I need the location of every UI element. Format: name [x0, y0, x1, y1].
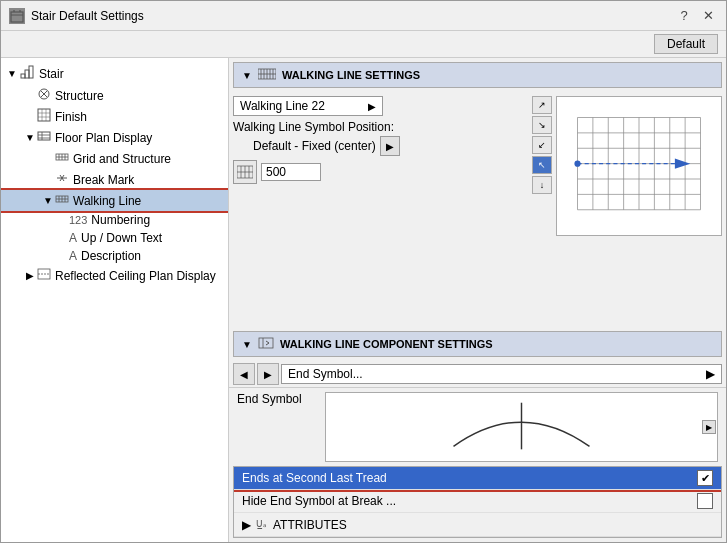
- icon-active-cursor[interactable]: ↖: [532, 156, 552, 174]
- stair-arrow: ▼: [5, 68, 19, 79]
- window-title: Stair Default Settings: [31, 9, 674, 23]
- comp-dropdown-arrow: ▶: [706, 367, 715, 381]
- attributes-arrow: ▶: [242, 518, 251, 532]
- number-row: [233, 160, 524, 184]
- attributes-label: ATTRIBUTES: [273, 518, 347, 532]
- icon-diagonal[interactable]: ↘: [532, 116, 552, 134]
- comp-next-button[interactable]: ▶: [257, 363, 279, 385]
- comp-prev-button[interactable]: ◀: [233, 363, 255, 385]
- tree-item-reflected[interactable]: ▶ Reflected Ceiling Plan Display: [1, 265, 228, 286]
- preview-icons: ↗ ↘ ↙ ↖ ↓: [532, 96, 552, 194]
- svg-rect-0: [11, 12, 23, 22]
- wl-dropdown[interactable]: Walking Line 22 ▶: [233, 96, 383, 116]
- default-button[interactable]: Default: [654, 34, 718, 54]
- title-controls: ? ✕: [674, 6, 718, 26]
- tree-item-description[interactable]: A Description: [1, 247, 228, 265]
- walking-line-icon: [55, 192, 69, 209]
- stair-preview-canvas: [556, 96, 722, 236]
- wl-header-label: WALKING LINE SETTINGS: [282, 69, 420, 81]
- comp-header-label: WALKING LINE COMPONENT SETTINGS: [280, 338, 493, 350]
- tree-item-numbering[interactable]: 123 Numbering: [1, 211, 228, 229]
- table-row-ends-at-second[interactable]: Ends at Second Last Tread ✔: [234, 467, 721, 490]
- reflected-icon: [37, 267, 51, 284]
- updown-icon: A: [69, 231, 77, 245]
- end-symbol-preview-wrap: ▶: [325, 392, 718, 462]
- panel-content: ▼ WALKING LINE SETTINGS Walking Line 22 …: [229, 58, 726, 542]
- comp-dropdown[interactable]: End Symbol... ▶: [281, 364, 722, 384]
- svg-marker-57: [675, 159, 690, 169]
- grid-icon: [55, 150, 69, 167]
- number-input[interactable]: [261, 163, 321, 181]
- hide-end-check[interactable]: [697, 493, 713, 509]
- end-nav-button[interactable]: ▶: [702, 420, 716, 434]
- numbering-label: Numbering: [91, 213, 150, 227]
- floor-plan-label: Floor Plan Display: [55, 131, 152, 145]
- tree-item-break-mark[interactable]: Break Mark: [1, 169, 228, 190]
- svg-rect-5: [25, 70, 29, 78]
- finish-label: Finish: [55, 110, 87, 124]
- tree-item-up-down[interactable]: A Up / Down Text: [1, 229, 228, 247]
- comp-dropdown-value: End Symbol...: [288, 367, 363, 381]
- svg-text:U̲ₐ: U̲ₐ: [256, 519, 267, 529]
- symbol-position-label: Walking Line Symbol Position:: [233, 120, 524, 134]
- close-button[interactable]: ✕: [698, 6, 718, 26]
- walking-arrow: ▼: [41, 195, 55, 206]
- comp-section-header: ▼ WALKING LINE COMPONENT SETTINGS: [233, 331, 722, 357]
- icon-arrow-top-right[interactable]: ↗: [532, 96, 552, 114]
- tree-item-stair[interactable]: ▼ Stair: [1, 62, 228, 85]
- updown-label: Up / Down Text: [81, 231, 162, 245]
- comp-header-arrow: ▼: [242, 339, 252, 350]
- walking-line-label: Walking Line: [73, 194, 141, 208]
- tree-item-finish[interactable]: Finish: [1, 106, 228, 127]
- icon-cursor[interactable]: ↙: [532, 136, 552, 154]
- tree-panel: ▼ Stair Structure Finish: [1, 58, 229, 542]
- preview-area: ↗ ↘ ↙ ↖ ↓: [532, 96, 722, 236]
- numbering-icon: 123: [69, 214, 87, 226]
- attributes-expand-row[interactable]: ▶ U̲ₐ ATTRIBUTES: [234, 513, 721, 537]
- structure-label: Structure: [55, 89, 104, 103]
- wl-body: Walking Line 22 ▶ Walking Line Symbol Po…: [229, 92, 726, 327]
- table-row-hide-end-symbol[interactable]: Hide End Symbol at Break ...: [234, 490, 721, 513]
- grid-icon-box: [233, 160, 257, 184]
- help-button[interactable]: ?: [674, 6, 694, 26]
- svg-rect-10: [38, 109, 50, 121]
- toolbar: Default: [1, 31, 726, 58]
- comp-toolbar: ◀ ▶ End Symbol... ▶: [229, 361, 726, 388]
- window-icon: [9, 8, 25, 24]
- main-window: Stair Default Settings ? ✕ Default ▼ Sta…: [0, 0, 727, 543]
- svg-rect-59: [259, 338, 273, 348]
- wl-dropdown-value: Walking Line 22: [240, 99, 325, 113]
- attributes-icon: U̲ₐ: [255, 516, 269, 533]
- tree-item-floor-plan[interactable]: ▼ Floor Plan Display: [1, 127, 228, 148]
- tree-item-walking-line[interactable]: ▼ Walking Line: [1, 190, 228, 211]
- description-icon: A: [69, 249, 77, 263]
- floor-plan-icon: [37, 129, 51, 146]
- right-panel: ▼ WALKING LINE SETTINGS Walking Line 22 …: [229, 58, 726, 542]
- position-edit-button[interactable]: ▶: [380, 136, 400, 156]
- settings-table: Ends at Second Last Tread ✔ Hide End Sym…: [233, 466, 722, 538]
- break-mark-label: Break Mark: [73, 173, 134, 187]
- reflected-label: Reflected Ceiling Plan Display: [55, 269, 216, 283]
- wl-header-icon: [258, 67, 276, 83]
- break-icon: [55, 171, 69, 188]
- tree-item-structure[interactable]: Structure: [1, 85, 228, 106]
- reflected-arrow: ▶: [23, 270, 37, 281]
- settings-column: Walking Line 22 ▶ Walking Line Symbol Po…: [233, 96, 524, 323]
- end-symbol-row: End Symbol ▶: [229, 388, 726, 466]
- wl-header-arrow: ▼: [242, 70, 252, 81]
- end-symbol-preview: [325, 392, 718, 462]
- ends-at-second-check[interactable]: ✔: [697, 470, 713, 486]
- stair-icon: [19, 64, 35, 83]
- svg-rect-6: [29, 66, 33, 78]
- tree-item-grid-structure[interactable]: Grid and Structure: [1, 148, 228, 169]
- content-area: ▼ Stair Structure Finish: [1, 58, 726, 542]
- grid-structure-label: Grid and Structure: [73, 152, 171, 166]
- stair-label: Stair: [39, 67, 64, 81]
- title-bar: Stair Default Settings ? ✕: [1, 1, 726, 31]
- preview-column: ↗ ↘ ↙ ↖ ↓: [532, 96, 722, 323]
- comp-header-icon: [258, 336, 274, 352]
- ends-at-second-label: Ends at Second Last Tread: [242, 471, 697, 485]
- floor-plan-arrow: ▼: [23, 132, 37, 143]
- wl-dropdown-row: Walking Line 22 ▶: [233, 96, 524, 116]
- icon-arrow-down[interactable]: ↓: [532, 176, 552, 194]
